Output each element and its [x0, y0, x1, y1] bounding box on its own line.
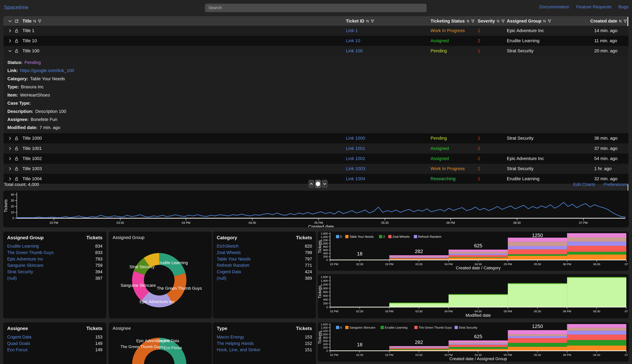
item-link[interactable]: Maxxx Energy — [217, 334, 244, 340]
preferences-link[interactable]: Preferences — [604, 182, 628, 187]
collapse-all-icon[interactable] — [8, 19, 12, 23]
nav-link-feature-requests[interactable]: Feature Requests — [576, 4, 612, 10]
svg-text:200: 200 — [323, 302, 328, 305]
sort-icon[interactable] — [618, 19, 622, 23]
item-link[interactable]: (null) — [7, 276, 17, 281]
svg-text:02:30: 02:30 — [356, 263, 363, 266]
column-header-ticketing-status[interactable]: Ticketing Status — [430, 16, 475, 26]
unlock-icon — [15, 146, 18, 150]
svg-text:2: 2 — [383, 235, 385, 238]
ticketing-status: Work In Progress — [430, 164, 465, 174]
nav-link-documentation[interactable]: Documentation — [539, 4, 569, 10]
item-link[interactable]: Sanguine Skincare — [7, 263, 44, 268]
detail-value[interactable]: https://google.com/link_100 — [20, 68, 74, 73]
svg-text:400: 400 — [323, 343, 328, 346]
column-header-created-date[interactable]: Created date — [590, 16, 627, 26]
item-link[interactable]: EtchSketch — [217, 244, 239, 249]
item-link[interactable]: Strat Security — [7, 269, 33, 274]
row-expander[interactable] — [8, 26, 12, 36]
lock-icon[interactable] — [15, 26, 18, 36]
row-expander[interactable] — [8, 133, 12, 144]
item-link[interactable]: Quad Goals — [7, 341, 30, 346]
row-expander[interactable] — [8, 164, 12, 174]
item-link[interactable]: Eco Focus — [7, 347, 28, 352]
item-count: 799 — [305, 250, 312, 255]
detail-field: Case Type: — [8, 99, 628, 107]
lock-icon[interactable] — [15, 46, 18, 56]
sort-icon[interactable] — [543, 19, 546, 23]
lock-icon[interactable] — [15, 154, 18, 164]
item-link[interactable]: (null) — [217, 276, 226, 281]
edit-charts-link[interactable]: Edit Charts — [573, 182, 595, 187]
sort-icon[interactable] — [466, 19, 470, 23]
item-link[interactable]: Erudite Learning — [7, 244, 39, 249]
table-scrollbar[interactable] — [627, 17, 628, 26]
svg-text:03 PM: 03 PM — [50, 221, 58, 224]
table-row[interactable]: Title 10Link 10Assigned2Erudite Learning… — [4, 36, 628, 46]
filter-icon[interactable] — [38, 19, 41, 23]
column-header-severity[interactable]: Severity — [478, 16, 505, 26]
filter-icon[interactable] — [548, 19, 551, 23]
sort-icon[interactable] — [33, 19, 36, 23]
ticket-link[interactable]: Link 1001 — [346, 144, 365, 154]
unlock-icon — [15, 136, 18, 140]
item-link[interactable]: Cogent Data — [7, 334, 32, 340]
filter-icon[interactable] — [370, 19, 374, 23]
lock-icon[interactable] — [15, 164, 18, 174]
nav-link-bugs[interactable]: Bugs — [618, 4, 628, 10]
ticket-link[interactable]: Link 10 — [346, 36, 360, 46]
column-header-title[interactable]: Title — [22, 16, 42, 26]
row-expander[interactable] — [8, 144, 12, 154]
item-link[interactable]: Refresh Random — [217, 263, 250, 268]
page-down-button[interactable] — [322, 180, 328, 188]
svg-text:Erudite Learning: Erudite Learning — [157, 260, 188, 265]
table-row[interactable]: Title 1Link 1Work In Progress2Epic Adven… — [4, 26, 628, 36]
svg-text:1,400: 1,400 — [321, 235, 328, 238]
item-link[interactable]: Epic Adventure Inc — [7, 256, 43, 262]
svg-text:Created date: Created date — [308, 224, 334, 227]
item-count: 793 — [95, 256, 102, 262]
svg-text:05 PM: 05 PM — [504, 354, 512, 356]
item-link[interactable]: Cogent Data — [217, 269, 241, 274]
filter-icon[interactable] — [624, 19, 627, 23]
table-row[interactable]: Title 1002Link 1002Assigned2Epic Adventu… — [4, 154, 628, 164]
svg-text:18: 18 — [357, 342, 362, 347]
lock-icon[interactable] — [15, 36, 18, 46]
lock-icon[interactable] — [15, 133, 18, 144]
item-count: 797 — [305, 256, 312, 262]
item-count: 424 — [305, 269, 312, 274]
page-scrollbar[interactable] — [628, 184, 628, 190]
item-link[interactable]: The Helping Hands — [217, 341, 254, 346]
row-expander[interactable] — [8, 36, 12, 46]
ticket-link[interactable]: Link 1000 — [346, 133, 365, 144]
table-row[interactable]: Title 100Link 100Pending1Strat Security2… — [4, 46, 628, 56]
table-row[interactable]: Title 1000Link 1000Pending1Strat Securit… — [4, 133, 628, 144]
filter-icon[interactable] — [501, 19, 505, 23]
column-header-ticket-id[interactable]: Ticket ID — [346, 16, 374, 26]
severity-value: 2 — [478, 164, 480, 174]
row-expander[interactable] — [8, 46, 12, 56]
filter-icon[interactable] — [471, 19, 475, 23]
row-expander[interactable] — [8, 154, 12, 164]
table-row[interactable]: Title 1003Link 1003Work In Progress2Stra… — [4, 164, 628, 174]
sort-icon[interactable] — [366, 19, 369, 23]
ticket-link[interactable]: Link 1002 — [346, 154, 365, 164]
item-link[interactable]: Table Your Needs — [217, 256, 251, 262]
search-input[interactable] — [205, 4, 426, 12]
app-logo[interactable]: Spacetime — [4, 4, 28, 10]
item-count: 152 — [305, 341, 312, 346]
table-row[interactable]: Title 1001Link 1001Assigned237 min. ago — [4, 144, 628, 154]
page-up-button[interactable] — [308, 180, 314, 188]
ticket-link[interactable]: Link 1 — [346, 26, 358, 36]
item-link[interactable]: Hook, Line, and Sinker — [217, 347, 260, 352]
created-date: 1 hr. ago — [594, 164, 612, 174]
sort-icon[interactable] — [496, 19, 500, 23]
column-header-assigned-group[interactable]: Assigned Group — [507, 16, 551, 26]
item-link[interactable]: The Green Thumb Guys — [7, 250, 54, 255]
ticket-link[interactable]: Link 100 — [346, 46, 363, 56]
item-link[interactable]: Zeal Wheels — [217, 250, 241, 255]
ticket-link[interactable]: Link 1003 — [346, 164, 365, 174]
page-current-button[interactable] — [315, 180, 321, 188]
lock-icon[interactable] — [15, 144, 18, 154]
export-icon[interactable] — [14, 19, 19, 23]
